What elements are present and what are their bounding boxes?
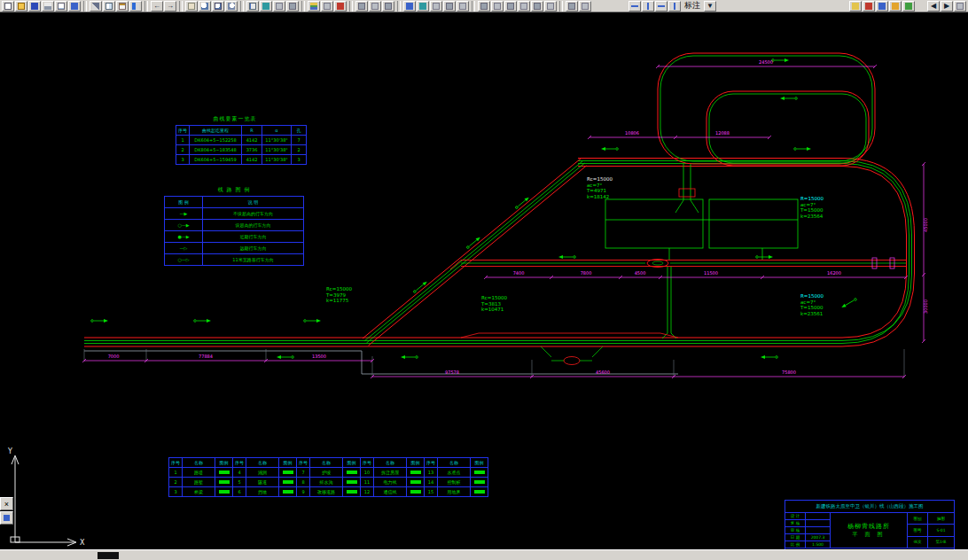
signature-label: 复 核	[785, 520, 806, 526]
dim-angular-button[interactable]	[668, 1, 681, 12]
curve-table-cell: 3736	[242, 145, 262, 155]
lineweight-control[interactable]	[369, 1, 381, 12]
osnap-button[interactable]	[849, 1, 862, 12]
signature-label: 设 计	[785, 513, 806, 519]
ucs-icon: Y X	[7, 447, 85, 547]
palette-properties-button[interactable]	[0, 511, 13, 525]
toolbar-separator	[397, 1, 401, 12]
color-control[interactable]	[334, 1, 347, 12]
open-button[interactable]	[15, 1, 27, 12]
pan-button[interactable]	[185, 1, 198, 12]
undo-icon: ←	[153, 2, 160, 10]
dimension-label: 97578	[445, 369, 459, 375]
legend-table-grid: 图 例说 明—▶不设超高的行车方向○—▶设超高的行车方向●—▶近期行车方向—▷远…	[164, 196, 304, 266]
plot-style-control[interactable]	[382, 1, 394, 12]
copy-button[interactable]	[103, 1, 115, 12]
dim-radius-button[interactable]	[655, 1, 667, 12]
cut-button[interactable]	[90, 1, 102, 12]
redo-button[interactable]: →	[164, 1, 176, 12]
pan-left-button[interactable]: ◀	[927, 1, 940, 12]
mirror-button[interactable]	[544, 1, 557, 12]
curve-annotation: ac=7°	[800, 299, 816, 305]
curve-annotation: k=23561	[800, 311, 823, 316]
legend-table-header: 说 明	[203, 197, 304, 208]
offset-button[interactable]	[531, 1, 543, 12]
layers-icon	[310, 3, 317, 10]
symbol-table-header: 序号	[169, 458, 183, 468]
palette-dock: ×	[0, 497, 13, 525]
curve-table-cell: 3	[292, 155, 307, 165]
region-button[interactable]	[443, 1, 456, 12]
make-block-button[interactable]	[403, 1, 416, 12]
symbol-no: 3	[169, 487, 183, 497]
undo-button[interactable]: ←	[151, 1, 163, 12]
insert-block-button[interactable]	[417, 1, 429, 12]
trim-button[interactable]	[504, 1, 517, 12]
hatch-button[interactable]	[430, 1, 442, 12]
pan-right-icon: ▶	[944, 2, 949, 10]
number-value: 施图	[928, 517, 954, 521]
symbol-table-header: 序号	[233, 458, 246, 468]
zoom-previous-button[interactable]	[225, 1, 238, 12]
copy-icon	[105, 3, 113, 10]
number-label: 图号	[908, 525, 928, 535]
match-properties-button[interactable]	[129, 1, 142, 12]
ortho-button[interactable]	[876, 1, 888, 12]
extend-button[interactable]	[518, 1, 530, 12]
move-button[interactable]	[478, 1, 490, 12]
dimension-label: 11500	[704, 270, 718, 276]
legend-table-cell: —▶	[165, 208, 203, 220]
tool-palettes-button[interactable]	[273, 1, 285, 12]
otrack-button[interactable]	[902, 1, 915, 12]
pan-right-button[interactable]: ▶	[941, 1, 953, 12]
signature-value: 2007.3	[806, 535, 830, 540]
plot-preview-button[interactable]	[55, 1, 67, 12]
symbol-no: 12	[361, 487, 374, 497]
dim-linear-button[interactable]	[628, 1, 641, 12]
erase-button[interactable]	[566, 1, 578, 12]
pan-left-icon: ◀	[931, 2, 936, 10]
dimension-label: 7400	[513, 270, 525, 276]
plot-button[interactable]	[42, 1, 54, 12]
help-icon	[956, 3, 964, 10]
palette-close-button[interactable]: ×	[0, 497, 13, 510]
help-button[interactable]	[954, 1, 966, 12]
zoom-realtime-button[interactable]	[199, 1, 211, 12]
sheet-set-button[interactable]	[286, 1, 299, 12]
rotate-button[interactable]	[491, 1, 504, 12]
dim-aligned-button[interactable]	[642, 1, 654, 12]
publish-button[interactable]	[68, 1, 81, 12]
save-button[interactable]	[28, 1, 41, 12]
symbol-glyph	[410, 480, 421, 484]
explode-button[interactable]	[579, 1, 591, 12]
symbol-glyph	[474, 480, 485, 484]
linetype-control[interactable]	[355, 1, 368, 12]
legend-table-title: 线 路 图 例	[164, 186, 304, 194]
design-center-button[interactable]	[260, 1, 272, 12]
dim-style-dropdown[interactable]: ▼	[704, 1, 716, 12]
table-button[interactable]	[457, 1, 469, 12]
symbol-cell	[407, 478, 425, 487]
match-properties-icon	[132, 3, 139, 10]
curve-annotation: T=15000	[800, 305, 824, 310]
curve-table-cell: 4142	[242, 136, 262, 145]
dimension-label: 4500	[635, 270, 646, 276]
drawing-canvas[interactable]: 7000778841350097578456007580010806120887…	[0, 12, 968, 549]
symbol-no: 10	[361, 468, 374, 478]
zoom-window-button[interactable]	[212, 1, 224, 12]
curve-annotation: k=11775	[326, 298, 349, 303]
polar-button[interactable]	[889, 1, 902, 12]
legend-table: 线 路 图 例 图 例说 明—▶不设超高的行车方向○—▶设超高的行车方向●—▶近…	[164, 186, 304, 266]
layer-previous-button[interactable]	[321, 1, 333, 12]
number-value: 第1张	[928, 540, 954, 544]
properties-button[interactable]	[246, 1, 259, 12]
explode-icon	[582, 3, 589, 10]
curve-annotation: Rc=15000	[326, 286, 352, 292]
new-button[interactable]	[2, 1, 14, 12]
offset-icon	[534, 3, 541, 10]
symbol-table-header: 图例	[279, 458, 297, 468]
grid-button[interactable]	[863, 1, 875, 12]
dimension-label: 7800	[581, 270, 592, 276]
layers-button[interactable]	[308, 1, 320, 12]
paste-button[interactable]	[116, 1, 129, 12]
